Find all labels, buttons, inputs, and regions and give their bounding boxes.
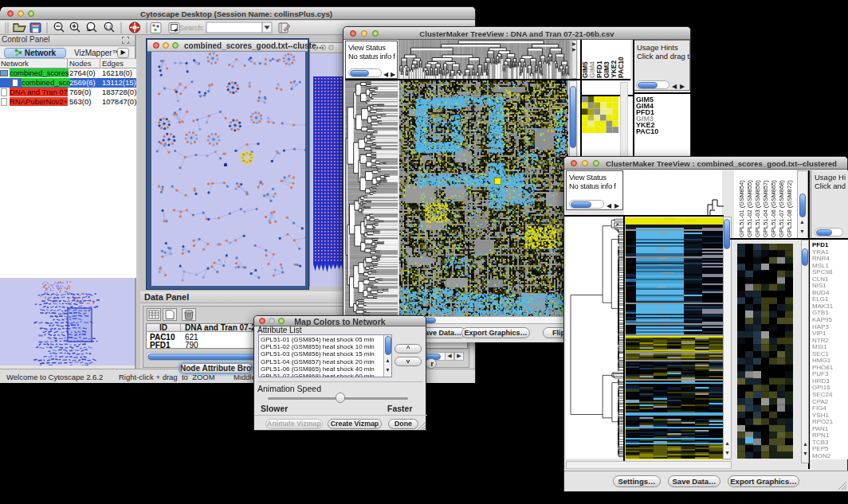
- svg-text:1:1: 1:1: [105, 25, 112, 29]
- svg-text:Search:: Search:: [179, 24, 204, 32]
